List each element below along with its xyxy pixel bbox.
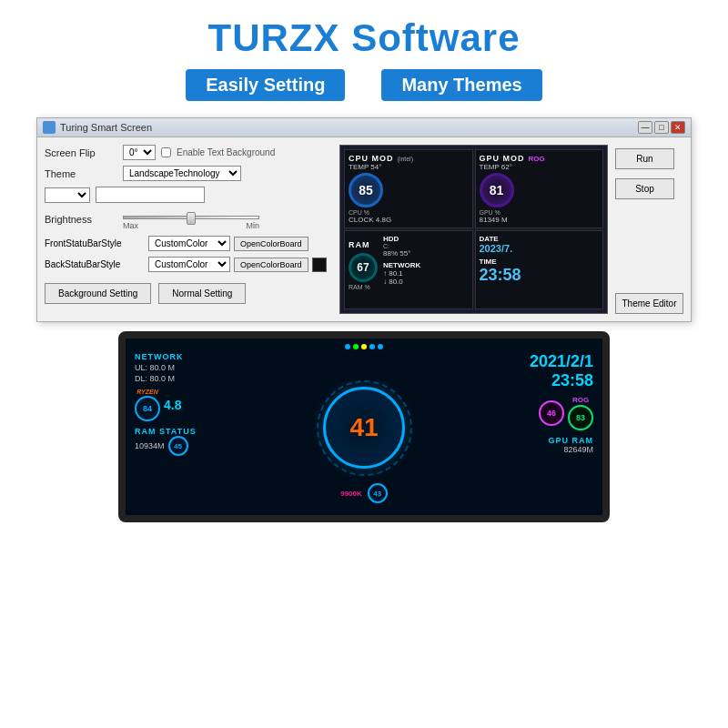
ram-pct-label: RAM % <box>349 284 378 290</box>
s-small-val: 83 <box>576 413 585 422</box>
ram-section: RAM 67 RAM % <box>349 235 378 290</box>
back-statusbar-row: BackStatuBarStyle CustomColor OpenColorB… <box>45 257 332 272</box>
s-time-value: 23:58 <box>475 371 593 390</box>
ram-value: 67 <box>357 261 369 274</box>
minimize-button[interactable]: — <box>638 121 652 134</box>
dot-5 <box>378 344 383 349</box>
cpu-cell-top: CPU MOD (intel) TEMP 54° 85 CPU % CLOCK … <box>349 154 469 224</box>
badge-many-themes: Many Themes <box>381 69 541 101</box>
mini-gauge-row-left: RYZEN 84 4.8 <box>135 389 253 421</box>
color-swatch[interactable] <box>312 258 327 272</box>
hud-ram-cell: RAM 67 RAM % HDD C: 88% 55° NETWORK <box>344 230 473 309</box>
front-statusbar-select[interactable]: CustomColor <box>148 236 230 251</box>
cpu-value: 85 <box>359 183 373 197</box>
hdd-val2: 55° <box>399 249 410 258</box>
header: TURZX Software Easily Setting Many Theme… <box>0 0 728 110</box>
run-button[interactable]: Run <box>615 148 674 169</box>
hdd-label: HDD <box>383 235 420 243</box>
s-rog-logo: ROG <box>572 396 589 404</box>
s-ram-status-label: RAM STATUS <box>135 427 253 436</box>
back-open-color-button[interactable]: OpenColorBoard <box>234 258 308 272</box>
window-title: Turing Smart Screen <box>60 122 152 133</box>
software-window: Turing Smart Screen — □ ✕ Screen Flip 0°… <box>36 117 692 322</box>
screen-flip-select[interactable]: 0° <box>123 145 156 160</box>
cpu-info: CPU MOD (intel) TEMP 54° 85 CPU % CLOCK … <box>349 154 413 224</box>
main-title: TURZX Software <box>0 16 728 60</box>
date-section: DATE 2023/7. TIME 23:58 <box>480 235 600 285</box>
screen-center-panel: 41 9900K 43 <box>260 352 468 503</box>
back-statusbar-select[interactable]: CustomColor <box>148 257 230 272</box>
theme-label: Theme <box>45 168 117 179</box>
s-date-value: 2021/2/1 <box>475 352 593 371</box>
s-gpu-ram-label: GPU RAM <box>475 436 593 445</box>
front-statusbar-row: FrontStatuBarStyle CustomColor OpenColor… <box>45 236 332 251</box>
maximize-button[interactable]: □ <box>654 121 669 134</box>
dot-2 <box>353 344 359 349</box>
gpu-vram: 81349 M <box>480 216 545 224</box>
window-body: Screen Flip 0° Enable Text Background Th… <box>37 137 691 321</box>
back-statusbar-label: BackStatuBarStyle <box>45 259 145 269</box>
mini-gauge-small: 83 <box>568 405 593 430</box>
titlebar-left: Turing Smart Screen <box>43 121 152 134</box>
s-cpu-value: 84 <box>143 404 152 413</box>
theme-row: Theme LandscapeTechnology <box>45 166 332 181</box>
background-setting-button[interactable]: Background Setting <box>45 283 151 304</box>
badge-easily-setting: Easily Setting <box>186 69 345 101</box>
extra-select[interactable] <box>45 187 90 203</box>
bottom-buttons: Background Setting Normal Setting <box>45 283 332 304</box>
gpu-value: 81 <box>490 183 504 197</box>
ryzen-logo: RYZEN <box>136 389 158 395</box>
screen-topbar <box>135 344 593 349</box>
s-network-label: NETWORK <box>135 352 253 361</box>
ram-hdd-row: RAM 67 RAM % HDD C: 88% 55° NETWORK <box>349 235 469 290</box>
window-icon <box>43 121 56 134</box>
network-label: NETWORK <box>383 261 420 269</box>
s-ram-status-val: 10934M <box>135 441 165 450</box>
normal-setting-button[interactable]: Normal Setting <box>158 283 246 304</box>
hud-cpu-cell: CPU MOD (intel) TEMP 54° 85 CPU % CLOCK … <box>344 149 473 228</box>
enable-text-bg-checkbox[interactable] <box>161 147 171 157</box>
screen-right-panel: 2021/2/1 23:58 46 ROG 83 <box>475 352 593 503</box>
hdd-network-section: HDD C: 88% 55° NETWORK ↑ 80.1 ↓ 80.0 <box>383 235 420 286</box>
screen-left-panel: NETWORK UL: 80.0 M DL: 80.0 M RYZEN 84 4… <box>135 352 253 503</box>
s-dl-label: DL: 80.0 M <box>135 374 253 383</box>
cpu-gauge: 85 <box>349 173 383 207</box>
close-button[interactable]: ✕ <box>671 121 685 134</box>
brightness-row: Brightness Max Min <box>45 208 332 230</box>
physical-screen: NETWORK UL: 80.0 M DL: 80.0 M RYZEN 84 4… <box>118 331 610 522</box>
gpu-ram-section: GPU RAM 82649M <box>475 436 593 454</box>
ram-status-section: RAM STATUS 10934M 45 <box>135 427 253 456</box>
brightness-slider-thumb[interactable] <box>187 212 196 225</box>
gpu-cell-top: GPU MOD ROG TEMP 62° 81 GPU % 81349 M <box>480 154 600 224</box>
brightness-max-label: Max <box>123 221 138 230</box>
hdd-val1: 88% <box>383 249 398 258</box>
window-controls[interactable]: — □ ✕ <box>638 121 685 134</box>
brightness-slider-container: Max Min <box>123 208 259 230</box>
stop-button[interactable]: Stop <box>615 178 674 199</box>
s-cpu-temp-val: 43 <box>373 490 381 498</box>
date-label: DATE <box>480 235 600 243</box>
s-cpu-speed: 4.8 <box>164 398 181 412</box>
time-value: 23:58 <box>480 266 600 285</box>
dot-4 <box>369 344 375 349</box>
mini-gauge-gpu: 46 <box>539 400 564 426</box>
theme-editor-button[interactable]: Theme Editor <box>615 293 683 314</box>
cpu-pct-label: CPU % <box>349 209 413 216</box>
network-up: ↑ 80.1 <box>383 269 420 278</box>
brightness-slider-track[interactable] <box>123 216 259 219</box>
mini-gauge-ram: 45 <box>168 436 188 456</box>
brightness-label: Brightness <box>45 214 117 225</box>
controls-panel: Screen Flip 0° Enable Text Background Th… <box>45 145 332 314</box>
ram-label: RAM <box>349 240 370 249</box>
front-statusbar-label: FrontStatuBarStyle <box>45 238 145 248</box>
date-time-right: 2021/2/1 23:58 <box>475 352 593 390</box>
theme-select[interactable]: LandscapeTechnology <box>123 166 241 181</box>
extra-input[interactable] <box>96 187 205 203</box>
gpu-temp: TEMP 62° <box>480 163 545 171</box>
cpu-clock: CLOCK 4.8G <box>349 216 413 224</box>
hud-panel: CPU MOD (intel) TEMP 54° 85 CPU % CLOCK … <box>339 145 608 314</box>
hdd-val: 88% 55° <box>383 249 420 258</box>
s-center-value: 41 <box>349 413 378 442</box>
front-open-color-button[interactable]: OpenColorBoard <box>234 237 308 251</box>
hdd-sub: C: <box>383 243 420 249</box>
